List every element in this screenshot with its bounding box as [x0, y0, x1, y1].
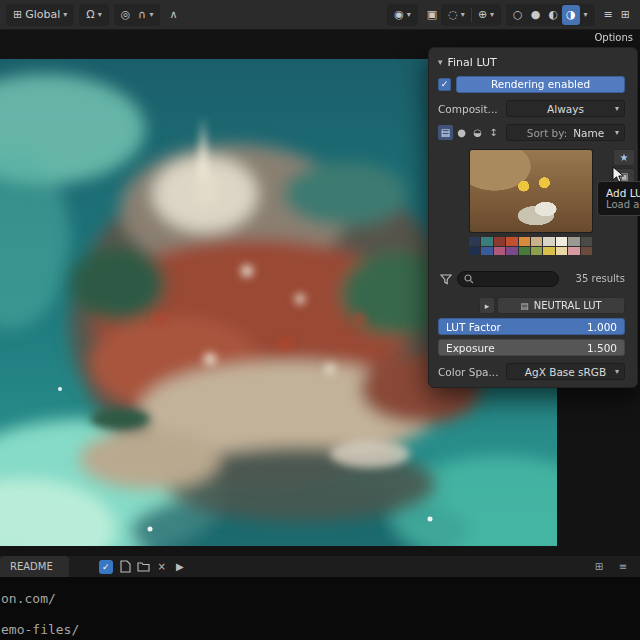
half-view-icon[interactable]: ◒ — [470, 125, 485, 140]
snap-toggle-button[interactable]: Ω ▾ — [82, 5, 105, 25]
open-file-button[interactable] — [135, 559, 153, 575]
colorspace-dropdown[interactable]: AgX Base sRGB ▾ — [506, 363, 625, 380]
neutral-lut-button[interactable]: ▤ NEUTRAL LUT — [497, 297, 625, 314]
sort-dropdown[interactable]: Sort by: Name ▾ — [506, 124, 625, 141]
lut-palette — [469, 237, 593, 255]
tooltip: Add LUT Load a ne — [597, 181, 640, 216]
shading-material-button[interactable]: ◐ — [544, 5, 562, 25]
palette-swatch[interactable] — [481, 237, 492, 246]
proportional-editing-button[interactable]: ◎ — [117, 5, 135, 25]
palette-swatch[interactable] — [568, 247, 579, 256]
colorspace-row: Color Spa... AgX Base sRGB ▾ — [438, 363, 625, 380]
falloff-dropdown[interactable]: ∩ ▾ — [134, 5, 157, 25]
colorspace-value: AgX Base sRGB — [525, 366, 606, 378]
search-row: 35 results — [438, 270, 625, 287]
visibility-icon: ◉ — [394, 8, 404, 21]
proportional-icon: ◎ — [121, 8, 131, 21]
view-mode-icons: ▤ ● ◒ ↕ — [438, 125, 501, 140]
funnel-icon — [440, 273, 452, 285]
new-file-button[interactable] — [117, 559, 135, 575]
chevron-down-icon: ▾ — [490, 10, 494, 19]
lut-selector-row: ▸ ▤ NEUTRAL LUT — [438, 297, 625, 314]
shading-options-dropdown[interactable]: ▾ — [580, 5, 592, 25]
overlays-toggle-button[interactable]: ◌ ▾ — [444, 5, 469, 25]
options-button[interactable]: Options — [594, 32, 633, 43]
palette-swatch[interactable] — [519, 237, 530, 246]
verified-badge-icon[interactable]: ✓ — [99, 560, 113, 574]
rendered-sphere-icon: ◑ — [566, 8, 576, 21]
lut-thumbnail[interactable] — [469, 149, 593, 233]
palette-swatch[interactable] — [543, 247, 554, 256]
lut-preview-icon: ▤ — [520, 301, 529, 311]
proportional-group: ◎ ∩ ▾ — [114, 4, 161, 26]
collapse-icon: ▾ — [438, 57, 443, 67]
header-right-cluster: ◉ ▾ ▣ ◌ ▾ ⊕ ▾ ○ — [387, 4, 634, 26]
run-script-button[interactable]: ▶ — [171, 559, 189, 575]
palette-swatch[interactable] — [506, 247, 517, 256]
editor-right-icons: ⊞ ≡ — [590, 559, 640, 575]
palette-swatch[interactable] — [494, 247, 505, 256]
shading-wireframe-button[interactable]: ○ — [509, 5, 527, 25]
overlays-icon: ◌ — [448, 8, 458, 21]
palette-swatch[interactable] — [568, 237, 579, 246]
transform-orientation-dropdown[interactable]: ⊞ Global ▾ — [9, 5, 71, 25]
palette-swatch[interactable] — [494, 237, 505, 246]
palette-swatch[interactable] — [531, 247, 542, 256]
palette-swatch[interactable] — [506, 237, 517, 246]
sort-direction-icon[interactable]: ↕ — [486, 125, 501, 140]
orientation-group: ⊞ Global ▾ — [6, 4, 74, 26]
star-icon: ★ — [620, 152, 629, 163]
palette-swatch[interactable] — [481, 247, 492, 256]
final-lut-panel: ▾ Final LUT ✓ Rendering enabled Composit… — [428, 47, 638, 388]
lut-factor-value: 1.000 — [587, 321, 617, 333]
neutral-lut-label: NEUTRAL LUT — [534, 300, 602, 311]
gizmos-toggle-button[interactable]: ⊕ ▾ — [474, 5, 498, 25]
header-grid-button[interactable]: ⊞ — [617, 5, 634, 25]
palette-swatch[interactable] — [556, 247, 567, 256]
chevron-down-icon: ▾ — [615, 367, 619, 376]
palette-swatch[interactable] — [469, 247, 480, 256]
rendering-row: ✓ Rendering enabled — [438, 76, 625, 93]
folder-icon — [137, 561, 150, 572]
overlays-group: ◌ ▾ ⊕ ▾ — [441, 4, 501, 26]
menu-icon: ≡ — [604, 8, 613, 21]
new-file-icon — [120, 560, 131, 573]
lut-factor-slider[interactable]: LUT Factor 1.000 — [438, 318, 625, 335]
image-view-icon[interactable]: ▤ — [438, 125, 453, 140]
palette-swatch[interactable] — [581, 237, 592, 246]
exposure-slider[interactable]: Exposure 1.500 — [438, 339, 625, 356]
shading-rendered-button[interactable]: ◑ — [562, 5, 580, 25]
rendering-checkbox[interactable]: ✓ — [438, 78, 451, 91]
snap-group: Ω ▾ — [79, 4, 108, 26]
header-menu-button[interactable]: ≡ — [600, 5, 617, 25]
orientation-label: Global — [25, 8, 60, 21]
composite-label: Composit... — [438, 103, 506, 115]
xray-toggle-button[interactable]: ▣ — [423, 5, 441, 25]
palette-swatch[interactable] — [519, 247, 530, 256]
shading-solid-button[interactable]: ● — [527, 5, 545, 25]
panel-header[interactable]: ▾ Final LUT — [438, 54, 625, 70]
solid-sphere-icon: ● — [531, 8, 541, 21]
favorite-button[interactable]: ★ — [613, 149, 635, 166]
palette-swatch[interactable] — [469, 237, 480, 246]
wireframe-sphere-icon: ○ — [513, 8, 523, 21]
expand-lut-button[interactable]: ▸ — [479, 297, 495, 314]
rendering-enabled-button[interactable]: Rendering enabled — [456, 76, 625, 93]
palette-swatch[interactable] — [531, 237, 542, 246]
sphere-view-icon[interactable]: ● — [454, 125, 469, 140]
search-input[interactable] — [457, 271, 559, 287]
falloff-icon: ∩ — [138, 8, 146, 21]
object-visibility-dropdown[interactable]: ◉ ▾ — [390, 5, 415, 25]
tab-readme[interactable]: README — [0, 556, 69, 577]
chevron-down-icon: ▾ — [615, 104, 619, 113]
filter-button[interactable] — [438, 273, 454, 285]
palette-swatch[interactable] — [543, 237, 554, 246]
editor-grid-button[interactable]: ⊞ — [590, 559, 608, 575]
unlink-button[interactable]: × — [153, 559, 171, 575]
palette-swatch[interactable] — [556, 237, 567, 246]
composite-dropdown[interactable]: Always ▾ — [506, 100, 625, 117]
tool-icon-button[interactable]: ∧ — [165, 5, 181, 25]
chevron-down-icon: ▾ — [407, 10, 411, 19]
palette-swatch[interactable] — [581, 247, 592, 256]
editor-menu-button[interactable]: ≡ — [614, 559, 632, 575]
